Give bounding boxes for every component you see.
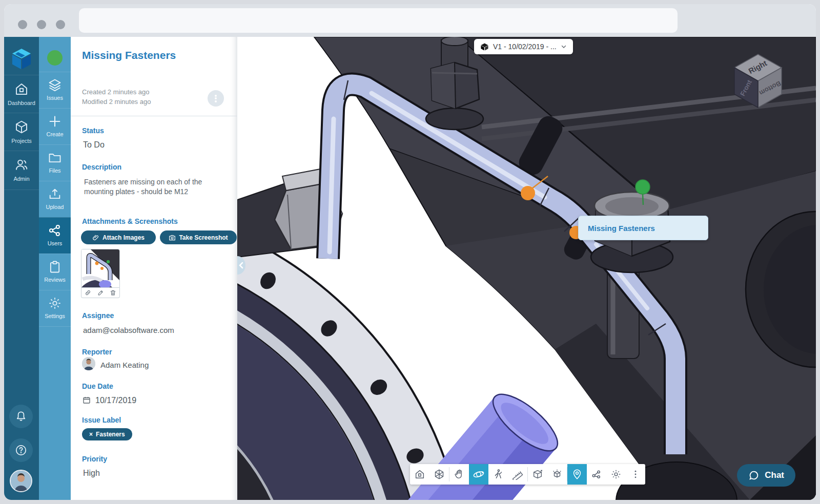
chevron-down-icon — [561, 44, 567, 50]
sidebar-item-label: Admin — [4, 176, 39, 182]
sidebar-item-issues[interactable]: Issues — [39, 72, 71, 108]
assignee-value[interactable]: adam@colabsoftware.com — [83, 326, 174, 334]
edit-icon[interactable] — [97, 289, 104, 296]
home-view-button[interactable] — [410, 464, 429, 485]
sidebar-item-label: Upload — [39, 204, 71, 210]
sidebar-item-files[interactable]: Files — [39, 144, 71, 181]
clipboard-icon — [48, 254, 62, 274]
plus-icon — [48, 109, 62, 129]
status-value[interactable]: To Do — [83, 140, 105, 150]
issue-menu-button[interactable] — [208, 90, 224, 107]
remove-tag-icon[interactable]: × — [89, 431, 93, 438]
attachment-thumbnail[interactable] — [81, 249, 120, 288]
colab-logo-icon[interactable] — [11, 48, 32, 72]
sidebar-item-projects[interactable]: Projects — [4, 113, 39, 151]
sidebar-item-reviews[interactable]: Reviews — [39, 254, 71, 290]
app-root: Dashboard Projects Admin — [4, 37, 816, 500]
share-view-button[interactable] — [587, 464, 606, 485]
status-label: Status — [82, 127, 104, 135]
calendar-icon — [82, 395, 91, 405]
reporter-avatar — [82, 357, 95, 370]
browser-chrome — [4, 4, 816, 37]
3d-viewer[interactable]: V1 - 10/02/2019 - ... Right Bottom Front — [237, 37, 816, 500]
sidebar-item-create[interactable]: Create — [39, 108, 71, 144]
due-date-value[interactable]: 10/17/2019 — [95, 396, 136, 405]
online-status-dot — [47, 50, 63, 66]
sidebar-item-upload[interactable]: Upload — [39, 181, 71, 217]
divider — [71, 116, 237, 116]
user-avatar[interactable] — [10, 470, 32, 492]
thumbnail-actions — [81, 288, 120, 298]
version-selector[interactable]: V1 - 10/02/2019 - ... — [474, 39, 573, 54]
viewer-settings-button[interactable] — [606, 464, 626, 485]
more-options-button[interactable] — [626, 464, 645, 485]
secondary-sidebar: Issues Create Files — [39, 37, 71, 500]
measure-tool-button[interactable] — [508, 464, 527, 485]
pan-tool-button[interactable] — [449, 464, 469, 485]
pin-annotation-button[interactable] — [567, 464, 587, 485]
help-button[interactable] — [9, 438, 33, 462]
browser-window: Dashboard Projects Admin — [4, 4, 816, 500]
notifications-button[interactable] — [9, 405, 33, 428]
cube-icon — [14, 113, 29, 135]
description-text: Fasteners are missing on each of the mou… — [84, 177, 212, 197]
priority-value[interactable]: High — [83, 469, 100, 478]
layers-icon — [48, 72, 62, 92]
users-icon — [14, 151, 29, 173]
folder-icon — [48, 145, 62, 165]
sidebar-item-label: Reviews — [39, 277, 71, 283]
sidebar-item-users[interactable]: Users — [39, 217, 71, 254]
reporter-value: Adam Keating — [100, 361, 149, 369]
sidebar-item-label: Files — [39, 167, 71, 174]
orbit-tool-button[interactable] — [469, 464, 488, 485]
walkthrough-tool-button[interactable] — [488, 464, 508, 485]
window-control-dot — [56, 20, 65, 29]
sidebar-item-label: Issues — [39, 95, 71, 101]
sidebar-item-label: Create — [39, 131, 71, 137]
model-cube-icon — [480, 43, 489, 51]
green-marker — [636, 180, 650, 194]
copy-link-icon[interactable] — [85, 289, 91, 296]
gear-icon — [48, 290, 62, 310]
attachments-label: Attachments & Screenshots — [82, 217, 178, 225]
view-cube[interactable]: Right Bottom Front — [732, 52, 784, 112]
sidebar-item-label: Dashboard — [4, 100, 39, 106]
sidebar-item-admin[interactable]: Admin — [4, 151, 39, 190]
chat-button[interactable]: Chat — [737, 464, 795, 487]
upload-icon — [48, 181, 62, 201]
viewer-toolbar — [410, 464, 645, 485]
window-control-dot — [18, 20, 27, 29]
window-control-dot — [37, 20, 46, 29]
paperclip-icon — [92, 234, 99, 241]
issue-created-text: Created 2 minutes ago — [82, 87, 151, 97]
assignee-label: Assignee — [82, 311, 114, 320]
sidebar-item-settings[interactable]: Settings — [39, 290, 71, 326]
url-bar[interactable] — [79, 8, 678, 33]
issue-label-label: Issue Label — [82, 416, 121, 424]
explode-view-button[interactable] — [547, 464, 567, 485]
sidebar-item-dashboard[interactable]: Dashboard — [4, 75, 39, 113]
attach-images-button[interactable]: Attach Images — [81, 230, 156, 244]
orange-marker — [521, 186, 535, 200]
home-icon — [14, 75, 29, 97]
delete-icon[interactable] — [110, 289, 116, 296]
issue-detail-panel: Missing Fasteners Created 2 minutes ago … — [71, 37, 237, 500]
sidebar-item-label: Users — [39, 240, 71, 246]
isometric-view-button[interactable] — [429, 464, 449, 485]
issue-title: Missing Fasteners — [82, 49, 176, 61]
cad-model-scene — [237, 37, 816, 500]
section-box-button[interactable] — [528, 464, 547, 485]
bell-icon — [14, 410, 28, 423]
annotation-tooltip[interactable]: Missing Fasteners — [578, 216, 708, 240]
description-label: Description — [82, 163, 121, 171]
share-nodes-icon — [48, 218, 62, 238]
due-date-label: Due Date — [82, 382, 113, 390]
chat-bubble-icon — [748, 470, 760, 481]
sidebar-item-label: Projects — [4, 138, 39, 144]
fasteners-tag[interactable]: × Fasteners — [82, 428, 132, 440]
primary-sidebar: Dashboard Projects Admin — [4, 37, 39, 500]
priority-label: Priority — [82, 455, 107, 463]
take-screenshot-button[interactable]: Take Screenshot — [160, 230, 237, 244]
reporter-label: Reporter — [82, 348, 112, 356]
version-label: V1 - 10/02/2019 - ... — [493, 43, 557, 51]
